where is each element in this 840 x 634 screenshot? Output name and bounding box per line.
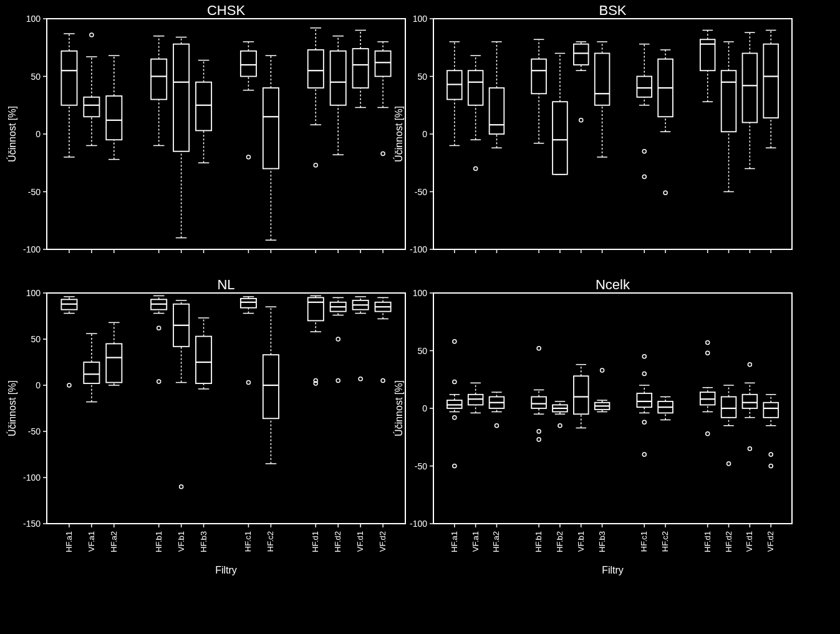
- box-HF.d2: [331, 36, 346, 155]
- outlier-point: [706, 341, 710, 345]
- svg-rect-38: [173, 44, 189, 151]
- outlier-point: [453, 416, 456, 420]
- x-tick-label: HF.b3: [597, 531, 607, 552]
- svg-rect-210: [106, 343, 122, 382]
- svg-rect-334: [637, 393, 652, 407]
- y-tick-label: 0: [422, 403, 427, 413]
- box-HF.b1: [151, 36, 167, 146]
- svg-rect-87: [375, 51, 390, 77]
- x-tick-label: VF.b1: [176, 531, 186, 552]
- box-VF.d2: [375, 42, 390, 155]
- y-tick-label: -100: [410, 519, 427, 529]
- y-tick-label: -50: [415, 187, 427, 197]
- x-tick-label: HF.b3: [199, 531, 208, 552]
- box-HF.b3: [196, 318, 211, 389]
- box-VF.a1: [468, 383, 483, 413]
- y-tick-label: -100: [410, 244, 427, 254]
- box-HF.a2: [106, 55, 122, 160]
- box-HF.b3: [595, 42, 610, 157]
- plot-frame: [433, 19, 792, 249]
- x-tick-label: HF.a1: [450, 531, 459, 552]
- plot-frame: [47, 293, 405, 524]
- box-HF.a1: [447, 340, 462, 468]
- chart-title: NL: [217, 277, 234, 292]
- box-HF.a2: [490, 42, 504, 148]
- y-tick-label: -100: [23, 473, 41, 483]
- svg-rect-73: [331, 51, 346, 105]
- box-HF.b2: [553, 401, 567, 428]
- outlier-point: [157, 380, 161, 383]
- y-tick-label: -150: [23, 519, 41, 529]
- outlier-point: [336, 337, 340, 341]
- box-HF.c1: [637, 355, 652, 456]
- x-tick-label: HF.d2: [333, 531, 342, 552]
- svg-rect-320: [574, 376, 589, 414]
- svg-rect-80: [353, 49, 369, 88]
- box-HF.c2: [263, 307, 279, 464]
- box-VF.b1: [173, 37, 189, 238]
- outlier-point: [748, 447, 751, 451]
- svg-rect-306: [531, 397, 546, 409]
- box-HF.d2: [722, 42, 736, 192]
- x-tick-label: HF.a1: [64, 531, 74, 552]
- svg-rect-52: [241, 51, 256, 77]
- box-HF.a1: [61, 34, 77, 157]
- x-tick-label: HF.b2: [555, 531, 564, 552]
- box-HF.d2: [722, 385, 736, 466]
- y-tick-label: 100: [413, 14, 428, 24]
- y-axis-label: Účinnost [%]: [6, 106, 17, 162]
- box-HF.b1: [531, 39, 546, 143]
- outlier-point: [90, 33, 94, 37]
- y-tick-label: 100: [26, 288, 41, 298]
- svg-rect-369: [763, 403, 778, 418]
- svg-rect-134: [574, 44, 589, 65]
- outlier-point: [359, 377, 362, 381]
- svg-rect-120: [531, 59, 546, 94]
- x-tick-label: HF.a2: [109, 531, 118, 552]
- x-tick-label: HF.c2: [266, 531, 275, 552]
- box-VF.b1: [173, 300, 189, 489]
- outlier-point: [246, 155, 250, 159]
- outlier-point: [558, 424, 562, 428]
- outlier-point: [642, 355, 646, 358]
- svg-rect-245: [263, 355, 279, 418]
- outlier-point: [453, 340, 456, 343]
- x-tick-label: HF.b1: [534, 531, 543, 552]
- x-tick-label: HF.b1: [154, 531, 163, 552]
- y-tick-label: 50: [417, 72, 427, 82]
- y-axis-label: Účinnost [%]: [393, 380, 404, 436]
- box-VF.a1: [84, 33, 99, 146]
- box-HF.d1: [308, 28, 324, 167]
- x-tick-label: HF.d2: [724, 531, 733, 552]
- box-HF.b2: [553, 54, 567, 175]
- svg-rect-176: [743, 54, 758, 123]
- outlier-point: [642, 175, 646, 178]
- x-tick-label: HF.c1: [639, 531, 649, 552]
- box-HF.b1: [531, 347, 546, 441]
- x-tick-label: HF.a2: [491, 531, 501, 552]
- svg-rect-141: [595, 54, 610, 105]
- box-VF.d2: [763, 31, 778, 148]
- panel-CHSK: CHSK-100-50050100Účinnost [%]: [6, 2, 405, 254]
- y-tick-label: 0: [36, 129, 41, 139]
- y-axis-label: Účinnost [%]: [6, 380, 17, 436]
- box-HF.d1: [700, 31, 715, 102]
- outlier-point: [453, 380, 456, 383]
- box-HF.b1: [151, 295, 167, 383]
- box-HF.c1: [241, 42, 256, 159]
- outlier-point: [474, 167, 478, 171]
- outlier-point: [537, 347, 541, 350]
- svg-rect-113: [490, 88, 504, 134]
- outlier-point: [314, 163, 317, 167]
- svg-rect-10: [61, 51, 77, 105]
- box-HF.c1: [637, 44, 652, 179]
- x-tick-label: HF.c1: [243, 531, 253, 552]
- y-tick-label: -50: [28, 187, 41, 197]
- box-VF.d1: [353, 297, 369, 381]
- outlier-point: [769, 464, 773, 468]
- box-HF.c2: [658, 397, 673, 420]
- box-HF.c2: [658, 50, 673, 195]
- y-axis-label: Účinnost [%]: [393, 106, 404, 162]
- svg-rect-45: [196, 82, 211, 131]
- x-tick-label: HF.d1: [703, 531, 712, 552]
